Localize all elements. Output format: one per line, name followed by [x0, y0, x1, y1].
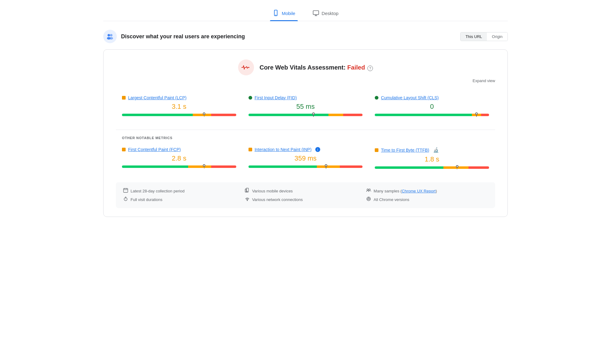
bar-needle-fcp: [203, 164, 205, 169]
tab-desktop[interactable]: Desktop: [310, 6, 341, 21]
svg-point-2: [275, 15, 276, 15]
progress-bar-inp: [249, 165, 363, 168]
bar-red-ttfb: [469, 166, 489, 169]
progress-track-fid: [249, 114, 363, 116]
network-icon: [245, 196, 250, 203]
bar-needle-fid: [312, 112, 315, 117]
bar-red-lcp: [211, 114, 236, 116]
needle-dot-fid: [312, 112, 315, 115]
progress-bar-ttfb: [375, 166, 489, 169]
bar-green-lcp: [122, 114, 193, 116]
svg-rect-3: [313, 11, 318, 15]
needle-line-ttfb: [457, 168, 457, 169]
metric-value-fid: 55 ms: [249, 103, 363, 111]
metric-value-ttfb: 1.8 s: [375, 155, 489, 163]
bar-needle-ttfb: [456, 165, 458, 169]
main-card: Core Web Vitals Assessment: Failed ? Exp…: [103, 49, 508, 217]
svg-rect-11: [123, 188, 128, 192]
needle-dot-lcp: [203, 112, 205, 115]
metric-label-row-inp: Interaction to Next Paint (INP)i: [249, 147, 363, 152]
metric-label-inp[interactable]: Interaction to Next Paint (INP): [255, 147, 312, 152]
footer-durations-text: Full visit durations: [131, 197, 162, 202]
origin-button[interactable]: Origin: [487, 32, 507, 41]
progress-bar-fcp: [122, 165, 236, 168]
metric-value-cls: 0: [375, 103, 489, 111]
bar-needle-cls: [475, 112, 478, 117]
expand-view-button[interactable]: Expand view: [116, 78, 495, 83]
needle-line-fid: [313, 115, 314, 117]
section-divider: [116, 130, 495, 130]
url-toggle: This URL Origin: [460, 32, 508, 41]
metric-label-row-fcp: First Contentful Paint (FCP): [122, 147, 236, 152]
mobile-icon: [272, 10, 279, 17]
help-icon[interactable]: ?: [367, 66, 373, 71]
footer-item-chrome: All Chrome versions: [366, 196, 488, 203]
metric-lcp: Largest Contentful Paint (LCP) 3.1 s: [116, 90, 242, 122]
svg-point-26: [368, 198, 370, 200]
info-icon[interactable]: i: [315, 147, 320, 152]
metric-label-cls[interactable]: Cumulative Layout Shift (CLS): [381, 95, 438, 100]
header-row: Discover what your real users are experi…: [103, 30, 508, 43]
bar-red-cls: [481, 114, 489, 116]
metric-label-row-fid: First Input Delay (FID): [249, 95, 363, 100]
assessment-header: Core Web Vitals Assessment: Failed ?: [116, 59, 495, 75]
bar-red-inp: [340, 165, 363, 168]
footer-network-text: Various network connections: [252, 197, 303, 202]
metric-dot-lcp: [122, 96, 126, 100]
footer-item-samples: Many samples (Chrome UX Report): [366, 188, 488, 194]
assessment-title: Core Web Vitals Assessment: Failed ?: [260, 64, 373, 71]
bar-green-cls: [375, 114, 472, 116]
metric-value-fcp: 2.8 s: [122, 154, 236, 162]
calendar-icon: [123, 188, 128, 194]
vitals-waveform-icon: [241, 64, 251, 70]
users-icon: [106, 32, 114, 41]
metric-dot-cls: [375, 96, 378, 100]
bar-needle-lcp: [203, 112, 205, 117]
svg-point-18: [367, 189, 369, 191]
svg-point-7: [110, 34, 112, 36]
needle-line-fcp: [204, 167, 205, 169]
svg-point-19: [369, 189, 370, 191]
header-left: Discover what your real users are experi…: [103, 30, 245, 43]
footer-item-period: Latest 28-day collection period: [123, 188, 245, 194]
tab-mobile-label: Mobile: [282, 11, 295, 16]
metric-label-row-ttfb: Time to First Byte (TTFB)🔬: [375, 147, 489, 153]
footer-chrome-text: All Chrome versions: [374, 197, 409, 202]
metric-label-fid[interactable]: First Input Delay (FID): [255, 95, 297, 100]
metric-label-fcp[interactable]: First Contentful Paint (FCP): [128, 147, 181, 152]
progress-track-ttfb: [375, 166, 489, 169]
this-url-button[interactable]: This URL: [461, 32, 487, 41]
metric-label-ttfb[interactable]: Time to First Byte (TTFB): [381, 148, 429, 153]
bar-green-fid: [249, 114, 328, 116]
metric-label-row-cls: Cumulative Layout Shift (CLS): [375, 95, 489, 100]
desktop-icon: [313, 10, 319, 17]
metric-fcp: First Contentful Paint (FCP) 2.8 s: [116, 142, 242, 175]
crux-link[interactable]: Chrome UX Report: [402, 189, 436, 193]
page-title: Discover what your real users are experi…: [121, 33, 245, 40]
needle-dot-fcp: [203, 164, 205, 167]
samples-icon: [366, 188, 371, 194]
metric-inp: Interaction to Next Paint (INP)i 359 ms: [242, 142, 369, 175]
tab-desktop-label: Desktop: [322, 11, 339, 16]
footer-devices-text: Various mobile devices: [252, 189, 293, 193]
progress-track-cls: [375, 114, 489, 116]
bar-orange-fcp: [188, 165, 211, 168]
bar-green-ttfb: [375, 166, 443, 169]
lab-icon: 🔬: [433, 147, 439, 153]
progress-bar-fid: [249, 114, 363, 116]
needle-dot-inp: [325, 164, 327, 167]
bar-red-fcp: [211, 165, 236, 168]
metric-dot-fcp: [122, 148, 126, 151]
metric-value-lcp: 3.1 s: [122, 103, 236, 111]
progress-bar-lcp: [122, 114, 236, 116]
svg-point-9: [109, 37, 113, 40]
metric-label-lcp[interactable]: Largest Contentful Paint (LCP): [128, 95, 187, 100]
footer-samples-text: Many samples (Chrome UX Report): [374, 189, 437, 193]
needle-line-cls: [476, 115, 477, 117]
other-metrics-label: OTHER NOTABLE METRICS: [116, 136, 495, 140]
tab-mobile[interactable]: Mobile: [270, 6, 298, 21]
metric-cls: Cumulative Layout Shift (CLS) 0: [369, 90, 495, 122]
header-avatar: [103, 30, 117, 43]
progress-track-lcp: [122, 114, 236, 116]
bar-orange-lcp: [193, 114, 211, 116]
